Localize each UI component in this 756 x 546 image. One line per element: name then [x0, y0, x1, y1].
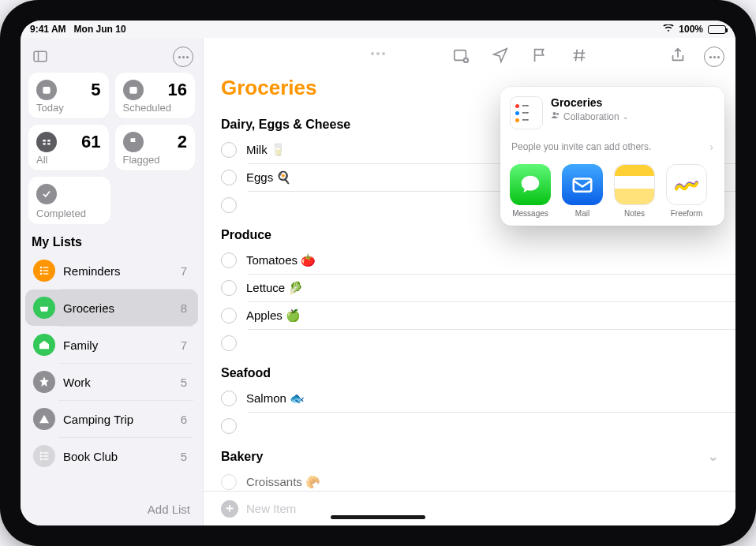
item-text: Salmon 🐟 — [246, 391, 305, 406]
basket-icon — [33, 297, 55, 319]
list-name: Work — [63, 376, 173, 389]
share-app-freeform[interactable]: Freeform — [666, 164, 707, 218]
svg-rect-14 — [43, 455, 49, 456]
svg-rect-20 — [574, 179, 592, 192]
completed-icon — [36, 184, 57, 204]
svg-point-11 — [40, 455, 43, 458]
section-header[interactable]: Bakery ⌄ — [204, 439, 735, 469]
list-count: 5 — [181, 450, 187, 463]
list-row-family[interactable]: Family 7 — [25, 327, 198, 363]
flag-icon[interactable] — [531, 47, 548, 67]
share-app-label: Messages — [512, 209, 548, 218]
share-permissions-row[interactable]: People you invite can add others. › — [500, 136, 724, 156]
main-more-icon[interactable] — [702, 46, 726, 68]
scheduled-icon — [123, 80, 144, 100]
list-name: Family — [63, 338, 173, 352]
item-text: Apples 🍏 — [246, 309, 301, 323]
share-icon[interactable] — [669, 47, 687, 67]
empty-item-slot[interactable] — [204, 330, 735, 357]
location-icon[interactable] — [492, 47, 509, 67]
svg-rect-2 — [43, 87, 50, 94]
list-row-groceries[interactable]: Groceries 8 — [25, 290, 198, 326]
smart-list-completed[interactable]: Completed — [28, 177, 110, 224]
reminder-item[interactable]: Tomatoes 🍅 — [204, 247, 735, 274]
all-icon — [36, 132, 57, 152]
hashtag-icon[interactable] — [571, 47, 588, 67]
list-bullet-icon — [33, 445, 55, 467]
item-radio[interactable] — [221, 197, 237, 213]
all-label: All — [36, 154, 101, 166]
item-radio[interactable] — [221, 280, 237, 296]
sidebar-more-icon[interactable] — [171, 46, 195, 68]
today-label: Today — [36, 102, 101, 114]
share-app-label: Freeform — [671, 209, 703, 218]
svg-rect-7 — [43, 267, 49, 267]
list-row-reminders[interactable]: Reminders 7 — [25, 252, 198, 289]
new-item-button[interactable]: ＋ New Item — [204, 491, 735, 525]
item-radio[interactable] — [221, 391, 237, 406]
item-radio[interactable] — [221, 418, 237, 434]
completed-label: Completed — [36, 208, 103, 219]
list-row-work[interactable]: Work 5 — [25, 364, 198, 400]
star-icon — [33, 371, 55, 393]
reminder-item[interactable]: Lettuce 🥬 — [204, 275, 735, 301]
multitasking-handle[interactable] — [371, 52, 385, 55]
item-radio[interactable] — [221, 170, 237, 185]
today-count: 5 — [91, 80, 100, 100]
section-name: Produce — [221, 228, 271, 242]
share-title: Groceries — [551, 96, 629, 109]
list-name: Reminders — [63, 264, 173, 278]
item-radio[interactable] — [221, 335, 237, 351]
smart-list-scheduled[interactable]: 16 Scheduled — [115, 73, 196, 118]
item-radio[interactable] — [221, 474, 237, 490]
chevron-down-icon[interactable]: ⌄ — [708, 449, 718, 464]
share-app-mail[interactable]: Mail — [562, 164, 603, 218]
smart-list-flagged[interactable]: 2 Flagged — [115, 125, 196, 170]
sidebar: 5 Today 16 Scheduled 6 — [21, 38, 204, 525]
smart-list-today[interactable]: 5 Today — [28, 73, 109, 118]
flagged-icon — [123, 132, 144, 152]
sidebar-toggle-icon[interactable] — [28, 46, 52, 68]
my-lists: Reminders 7 Groceries 8 — [21, 252, 203, 493]
share-thumbnail-icon: ━━ ━━ ━━ — [510, 96, 543, 129]
item-text: Eggs 🍳 — [246, 170, 291, 185]
scheduled-count: 16 — [168, 80, 187, 100]
plus-icon: ＋ — [221, 500, 238, 518]
item-radio[interactable] — [221, 142, 237, 158]
svg-rect-15 — [43, 458, 49, 459]
section-name: Dairy, Eggs & Cheese — [221, 118, 350, 132]
battery-percent: 100% — [679, 24, 703, 35]
share-app-notes[interactable]: Notes — [614, 164, 655, 218]
notes-icon — [614, 164, 655, 205]
list-bullet-icon — [33, 260, 55, 282]
list-row-camping-trip[interactable]: Camping Trip 6 — [25, 401, 198, 437]
share-app-messages[interactable]: Messages — [510, 164, 551, 218]
reminder-item[interactable]: Salmon 🐟 — [204, 385, 735, 412]
list-count: 8 — [181, 301, 187, 315]
item-text: Tomatoes 🍅 — [246, 253, 316, 267]
calendar-badge-icon[interactable] — [452, 47, 470, 67]
reminder-item[interactable]: Apples 🍏 — [204, 302, 735, 329]
list-row-book-club[interactable]: Book Club 5 — [25, 438, 198, 474]
add-list-button[interactable]: Add List — [21, 493, 203, 525]
share-subtitle[interactable]: Collaboration ⌄ — [551, 110, 629, 122]
empty-item-slot[interactable] — [204, 413, 735, 439]
new-item-label: New Item — [246, 502, 296, 515]
my-lists-header: My Lists — [21, 224, 203, 252]
svg-point-18 — [553, 112, 556, 115]
section-header[interactable]: Seafood — [204, 357, 735, 385]
item-radio[interactable] — [221, 252, 237, 268]
svg-point-5 — [40, 270, 43, 272]
list-count: 5 — [181, 376, 187, 389]
freeform-icon — [666, 164, 707, 205]
main-pane: Groceries Dairy, Eggs & Cheese Milk 🥛 Eg… — [204, 38, 735, 525]
ipad-device-frame: 9:41 AM Mon Jun 10 100% — [0, 0, 756, 546]
section-name: Seafood — [221, 366, 271, 380]
tent-icon — [33, 408, 55, 430]
smart-list-all[interactable]: 61 All — [28, 125, 109, 170]
home-indicator[interactable] — [331, 515, 425, 519]
people-icon — [551, 110, 560, 122]
flagged-label: Flagged — [123, 154, 188, 166]
item-radio[interactable] — [221, 308, 237, 323]
svg-rect-8 — [43, 270, 49, 271]
